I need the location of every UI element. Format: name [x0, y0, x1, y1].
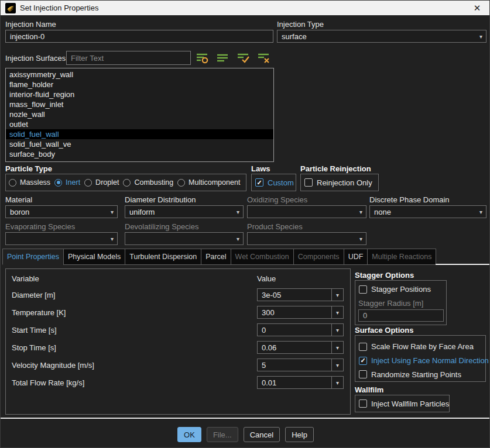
list-item[interactable]: flame_holder [6, 80, 273, 89]
stagger-positions-label: Stagger Positions [371, 285, 431, 294]
diameter-distribution-select[interactable]: uniform [125, 205, 244, 218]
reinjection-only-checkbox[interactable]: Reinjection Only [304, 178, 372, 187]
value-combo[interactable]: 5 [257, 359, 344, 371]
stagger-positions-checkbox[interactable]: Stagger Positions [359, 285, 431, 294]
discrete-phase-domain-label: Discrete Phase Domain [369, 195, 450, 204]
chevron-down-icon[interactable] [331, 306, 343, 318]
chevron-down-icon[interactable] [331, 324, 343, 336]
list-item[interactable]: nozle_wall [6, 109, 273, 119]
inject-wallfilm-particles-checkbox[interactable]: Inject Wallfilm Particles [359, 399, 449, 408]
point-properties-table: Variable Value Diameter [m]3e-05Temperat… [5, 268, 351, 415]
surface-filter-input[interactable] [66, 51, 191, 65]
checkbox-inject-using-face-normal-direction[interactable]: Inject Using Face Normal Direction [359, 354, 485, 368]
devolatilizing-species-select [125, 232, 244, 245]
checkbox-box [304, 178, 313, 187]
reinjection-only-label: Reinjection Only [317, 178, 372, 187]
radio-circle-icon [123, 179, 131, 187]
variable-column-header: Variable [12, 274, 39, 283]
list-item[interactable]: solid_fuel_wall_ve [6, 139, 273, 149]
checkbox-scale-flow-rate-by-face-area[interactable]: Scale Flow Rate by Face Area [359, 340, 485, 354]
particle-reinjection-header: Particle Reinjection [300, 164, 371, 173]
variable-label: Velocity Magnitude [m/s] [12, 361, 94, 370]
tab-multiple-reactions: Multiple Reactions [367, 249, 436, 265]
table-row: Stop Time [s]0.06 [6, 339, 350, 357]
chevron-down-icon [359, 236, 366, 242]
material-select[interactable]: boron [5, 205, 118, 218]
wallfilm-box: Inject Wallfilm Particles [355, 395, 450, 412]
particle-type-header: Particle Type [5, 164, 52, 173]
help-button[interactable]: Help [285, 427, 314, 442]
tab-wet-combustion: Wet Combustion [231, 249, 294, 265]
variable-label: Start Time [s] [12, 326, 57, 335]
checkbox-box [359, 370, 367, 378]
checkbox-box [359, 285, 367, 294]
tab-parcel[interactable]: Parcel [201, 249, 231, 265]
close-icon[interactable]: ✕ [470, 3, 485, 13]
injection-type-select[interactable]: surface [277, 30, 486, 43]
table-row: Temperature [K]300 [6, 304, 350, 322]
list-item[interactable]: outlet [6, 119, 273, 129]
evaporating-species-select [5, 232, 118, 245]
radio-inert[interactable]: Inert [54, 178, 80, 187]
value-combo[interactable]: 0 [257, 323, 344, 336]
table-row: Velocity Magnitude [m/s]5 [6, 357, 350, 374]
tab-point-properties[interactable]: Point Properties [2, 249, 64, 265]
tab-strip-underline [436, 264, 490, 265]
deselect-all-x-icon[interactable] [258, 52, 270, 64]
tab-turbulent-dispersion[interactable]: Turbulent Dispersion [125, 249, 201, 265]
list-item[interactable]: axissymmetry_wall [6, 70, 273, 80]
tab-udf[interactable]: UDF [344, 249, 368, 265]
surface-list[interactable]: axissymmetry_wallflame_holderinterior-fl… [5, 68, 274, 162]
chevron-down-icon[interactable] [331, 377, 343, 388]
list-item[interactable]: interior-fluid_region [6, 89, 273, 99]
value-combo[interactable]: 0.01 [257, 376, 344, 389]
stagger-options-box: Stagger Positions Stagger Radius [m] [355, 280, 447, 325]
footer-separator [1, 418, 490, 419]
radio-circle-icon [9, 179, 16, 187]
cancel-button[interactable]: Cancel [244, 427, 280, 442]
select-all-check-icon[interactable] [237, 52, 250, 64]
filter-circle-icon[interactable] [196, 52, 209, 64]
chevron-down-icon[interactable] [331, 359, 343, 371]
oxidizing-species-label: Oxidizing Species [247, 195, 307, 204]
window-title: Set Injection Properties [20, 4, 98, 12]
chevron-down-icon[interactable] [331, 289, 343, 301]
injection-type-value: surface [277, 32, 479, 41]
list-item[interactable]: solid_fuel_wall [6, 129, 273, 139]
injection-name-input[interactable] [5, 30, 273, 43]
injection-type-label: Injection Type [277, 20, 324, 29]
table-header: Variable Value [6, 269, 350, 287]
radio-multicomponent[interactable]: Multicomponent [177, 178, 240, 187]
radio-circle-icon [177, 179, 185, 187]
variable-label: Diameter [m] [12, 291, 55, 299]
table-row: Total Flow Rate [kg/s]0.01 [6, 374, 350, 392]
set-injection-properties-dialog: Set Injection Properties ✕ Injection Nam… [0, 0, 490, 448]
injection-name-label: Injection Name [5, 20, 56, 29]
match-all-icon[interactable] [217, 52, 229, 64]
ok-button[interactable]: OK [177, 427, 201, 442]
value-combo[interactable]: 3e-05 [257, 288, 344, 301]
radio-combusting[interactable]: Combusting [123, 178, 173, 187]
evaporating-species-label: Evaporating Species [5, 222, 75, 231]
tab-strip: Point PropertiesPhysical ModelsTurbulent… [1, 249, 490, 265]
value-column-header: Value [257, 274, 276, 283]
list-item[interactable]: surface_body [6, 149, 273, 159]
table-row: Start Time [s]0 [6, 322, 350, 339]
radio-massless[interactable]: Massless [9, 178, 50, 187]
particle-reinjection-group: Reinjection Only [300, 174, 379, 191]
inject-wallfilm-particles-label: Inject Wallfilm Particles [371, 399, 449, 408]
checkbox-box [359, 357, 367, 365]
chevron-down-icon[interactable] [331, 342, 343, 353]
value-combo[interactable]: 300 [257, 306, 344, 319]
radio-droplet[interactable]: Droplet [84, 178, 119, 187]
button-row: OK File... Cancel Help [1, 427, 490, 442]
radio-circle-icon [84, 179, 92, 187]
discrete-phase-domain-select[interactable]: none [369, 205, 486, 218]
value-combo[interactable]: 0.06 [257, 341, 344, 354]
list-item[interactable]: mass_flow_inlet [6, 99, 273, 109]
surface-list-toolbar [196, 52, 270, 64]
chevron-down-icon [237, 209, 243, 215]
custom-checkbox[interactable]: Custom [255, 178, 294, 187]
checkbox-randomize-starting-points[interactable]: Randomize Starting Points [359, 367, 485, 381]
tab-physical-models[interactable]: Physical Models [63, 249, 125, 265]
